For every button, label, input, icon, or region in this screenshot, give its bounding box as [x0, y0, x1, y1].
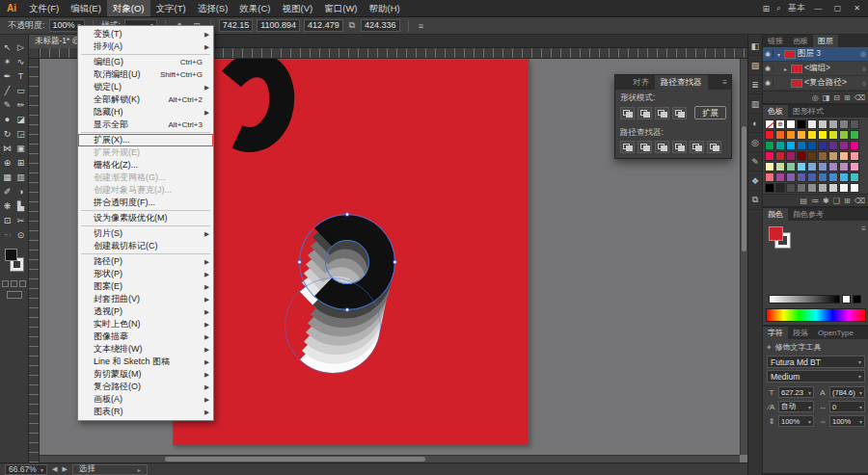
swatch[interactable]: [786, 162, 796, 172]
menu-item-path[interactable]: 路径(P) ▶: [78, 255, 213, 268]
menu-item-show-all[interactable]: 显示全部 Alt+Ctrl+3: [78, 119, 213, 131]
workspace-switcher[interactable]: 基本: [788, 2, 805, 14]
swatch[interactable]: [797, 172, 806, 182]
swatch[interactable]: [828, 151, 838, 161]
menu-item-flatten-transparency[interactable]: 拼合透明度(F)...: [78, 197, 213, 209]
zoom-tool[interactable]: ⊙: [14, 227, 28, 242]
kerning-field[interactable]: ⁄A 自动 ▾: [767, 401, 814, 412]
unite-button[interactable]: [620, 107, 635, 119]
swatch[interactable]: [850, 130, 859, 140]
divide-button[interactable]: [620, 141, 635, 153]
grayscale-ramp[interactable]: [769, 295, 840, 303]
blob-brush-tool[interactable]: ●: [1, 112, 14, 126]
expand-button[interactable]: 扩展: [694, 106, 726, 119]
artboard-tool[interactable]: ⊡: [1, 213, 14, 227]
slice-tool[interactable]: ✂: [14, 213, 28, 227]
menu-object[interactable]: 对象(O): [107, 0, 150, 16]
swatch[interactable]: [850, 162, 859, 172]
visibility-toggle-icon[interactable]: ◉: [763, 50, 773, 58]
tab-align[interactable]: 对齐: [627, 75, 655, 90]
black-chip[interactable]: [853, 295, 861, 303]
line-segment-tool[interactable]: ╱: [1, 83, 14, 97]
swatch[interactable]: [818, 119, 827, 129]
swatch[interactable]: [828, 172, 838, 182]
swatch[interactable]: [765, 130, 774, 140]
menu-file[interactable]: 文件(F): [23, 0, 65, 16]
swatch[interactable]: [828, 183, 838, 193]
new-sublayer-icon[interactable]: ⊟: [833, 93, 840, 102]
font-family-select[interactable]: Futura Md BT ▾: [767, 356, 865, 368]
exclude-button[interactable]: [672, 107, 687, 119]
swatch[interactable]: [807, 119, 817, 129]
fill-color-chip[interactable]: [769, 226, 783, 241]
pencil-tool[interactable]: ✏: [14, 97, 28, 112]
menu-item-create-gradient-mesh[interactable]: 创建渐变网格(G)...: [78, 172, 213, 184]
swatch[interactable]: [797, 130, 806, 140]
new-color-group-icon[interactable]: ❑: [833, 197, 840, 205]
layer-row-layer3[interactable]: ◉ ▾ 图层 3 ◎: [763, 47, 868, 62]
vertical-scrollbar[interactable]: [740, 59, 747, 455]
new-layer-icon[interactable]: ⊞: [844, 93, 851, 102]
swatch[interactable]: [775, 141, 785, 150]
target-icon[interactable]: ◎: [860, 50, 866, 58]
maximize-button[interactable]: ▢: [831, 4, 844, 13]
mesh-tool[interactable]: ▦: [1, 170, 14, 184]
swatch[interactable]: [775, 172, 785, 182]
menu-item-graph[interactable]: 图表(R) ▶: [78, 406, 213, 418]
swatch[interactable]: [818, 162, 827, 172]
next-artboard-button[interactable]: ▶: [62, 465, 67, 473]
tab-swatches[interactable]: 色板: [763, 105, 788, 118]
blend-tool[interactable]: ◑: [14, 184, 28, 198]
tab-pathfinder[interactable]: 路径查找器: [655, 75, 708, 90]
menu-item-make-pixel-perfect[interactable]: 设为像素级优化(M): [78, 212, 213, 224]
tracking-field[interactable]: ↔ 0 ▾: [818, 401, 865, 412]
leading-field[interactable]: A (784.6) ▾: [818, 386, 865, 398]
swatch[interactable]: [765, 151, 774, 161]
draw-inside-button[interactable]: [19, 280, 26, 287]
horizontal-scrollbar[interactable]: [40, 455, 740, 462]
layer-row-group[interactable]: ◉ ▸ <编组> ○: [763, 62, 868, 76]
swatch[interactable]: [807, 151, 817, 161]
menu-item-group[interactable]: 编组(G) Ctrl+G: [78, 56, 213, 68]
letter-artwork-selected[interactable]: [268, 212, 420, 383]
menu-item-transform[interactable]: 变换(T) ▶: [78, 28, 213, 40]
swatch[interactable]: [828, 119, 838, 129]
color-spectrum[interactable]: [766, 308, 866, 322]
scrollbar-thumb[interactable]: [165, 457, 425, 462]
menu-edit[interactable]: 编辑(E): [65, 0, 107, 16]
swatch[interactable]: [786, 183, 796, 193]
delete-layer-icon[interactable]: ⌫: [854, 93, 865, 102]
transparency-panel-icon[interactable]: ◐: [748, 114, 762, 133]
layer-row-compound-path[interactable]: ◉ <复合路径> ○: [763, 76, 868, 91]
swatch-kinds-icon[interactable]: ≔: [811, 197, 819, 205]
merge-button[interactable]: [655, 141, 669, 153]
swatch[interactable]: [786, 172, 796, 182]
horizontal-scale-field[interactable]: ⇔ 100% ▾: [818, 415, 865, 427]
minimize-button[interactable]: —: [812, 4, 825, 13]
appearance-panel-icon[interactable]: ◎: [748, 133, 762, 152]
menu-item-text-wrap[interactable]: 文本绕排(W) ▶: [78, 343, 213, 356]
tab-artboards[interactable]: 画板: [788, 35, 813, 47]
swatch-libraries-icon[interactable]: ▤: [800, 197, 808, 205]
swatch[interactable]: [775, 151, 785, 161]
panel-menu-icon[interactable]: ≡: [417, 21, 425, 31]
swatch-options-icon[interactable]: ✱: [823, 197, 829, 205]
layout-switcher-icon[interactable]: ⊞: [762, 4, 770, 13]
swatch[interactable]: [807, 141, 817, 150]
outline-button[interactable]: [690, 141, 704, 153]
type-tool[interactable]: T: [14, 68, 28, 83]
swatch[interactable]: [850, 172, 859, 182]
gradient-tool[interactable]: ▥: [14, 170, 28, 184]
swatch[interactable]: [818, 183, 827, 193]
swatch[interactable]: [828, 162, 838, 172]
symbols-panel-icon[interactable]: ❖: [748, 172, 762, 191]
width-tool[interactable]: ⋈: [1, 141, 14, 155]
target-icon[interactable]: ○: [862, 66, 866, 72]
swatch[interactable]: [797, 141, 806, 150]
swatch[interactable]: [797, 119, 806, 129]
font-size-field[interactable]: T 627.23 ▾: [767, 386, 814, 398]
swatch-registration[interactable]: ⊕: [775, 119, 785, 129]
minus-back-button[interactable]: [707, 141, 721, 153]
swatch[interactable]: [818, 172, 827, 182]
touch-type-label[interactable]: 修饰文字工具: [775, 342, 822, 353]
